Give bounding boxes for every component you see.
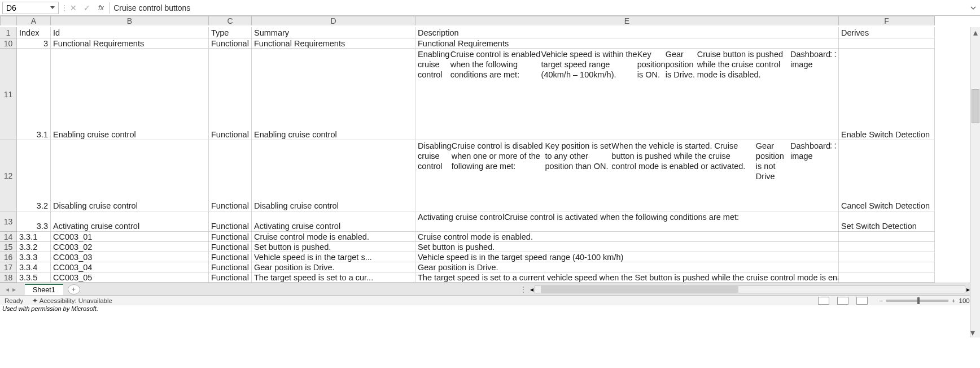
cell-A[interactable]: 3.3.4 [17, 262, 51, 272]
cell-F[interactable] [839, 262, 935, 272]
spreadsheet-grid[interactable]: 1IndexIdTypeSummaryDescriptionDerives103… [0, 27, 980, 283]
cell-C[interactable]: Functional [209, 140, 252, 211]
cell-B[interactable]: CC003_02 [51, 242, 209, 252]
cell-D[interactable]: Gear position is Drive. [252, 262, 415, 272]
col-header-C[interactable]: C [209, 16, 252, 25]
cell-F[interactable]: Enable Switch Detection [839, 49, 935, 140]
horizontal-scrollbar[interactable]: ◂ ▸ [530, 285, 970, 293]
scroll-left-icon[interactable]: ◂ [530, 285, 533, 293]
sheet-tab-active[interactable]: Sheet1 [25, 284, 63, 295]
cell-D[interactable]: The target speed is set to a cur... [252, 272, 415, 283]
row-header[interactable]: 13 [0, 211, 17, 232]
cell-E[interactable]: Activating cruise controlCruise control … [415, 211, 839, 232]
first-tab-icon[interactable]: ◂ [6, 285, 9, 293]
expand-formula-bar[interactable] [966, 5, 980, 11]
cell-C[interactable]: Functional [209, 211, 252, 232]
cell-B[interactable]: Id [51, 27, 209, 38]
fx-label[interactable]: fx [98, 3, 104, 12]
row-header[interactable]: 14 [0, 232, 17, 242]
chevron-down-icon[interactable] [50, 6, 55, 9]
normal-view-icon[interactable] [818, 297, 829, 305]
cell-D[interactable]: Functional Requirements [252, 38, 415, 49]
select-all-corner[interactable] [0, 16, 17, 25]
row-header[interactable]: 1 [0, 27, 17, 38]
page-layout-view-icon[interactable] [837, 297, 848, 305]
cell-A[interactable]: 3.3 [17, 211, 51, 232]
cell-D[interactable]: Summary [252, 27, 415, 38]
cell-C[interactable]: Type [209, 27, 252, 38]
row-header[interactable]: 18 [0, 272, 17, 283]
cell-E[interactable]: The target speed is set to a current veh… [415, 272, 839, 283]
zoom-slider[interactable] [886, 300, 948, 302]
cell-C[interactable]: Functional [209, 49, 252, 140]
cell-A[interactable]: Index [17, 27, 51, 38]
row-header[interactable]: 10 [0, 38, 17, 49]
scroll-down-icon[interactable]: ▾ [970, 327, 975, 337]
cell-E[interactable]: Vehicle speed is in the target speed ran… [415, 252, 839, 262]
cell-A[interactable]: 3.3.5 [17, 272, 51, 283]
col-header-F[interactable]: F [839, 16, 935, 25]
cell-A[interactable]: 3.3.1 [17, 232, 51, 242]
cancel-icon[interactable]: ✕ [70, 3, 77, 12]
cell-E[interactable]: Gear position is Drive. [415, 262, 839, 272]
cell-C[interactable]: Functional [209, 38, 252, 49]
cell-A[interactable]: 3.2 [17, 140, 51, 211]
name-box[interactable]: D6 [2, 2, 59, 14]
row-header[interactable]: 16 [0, 252, 17, 262]
cell-A[interactable]: 3 [17, 38, 51, 49]
col-header-A[interactable]: A [17, 16, 51, 25]
cell-D[interactable]: Disabling cruise control [252, 140, 415, 211]
cell-C[interactable]: Functional [209, 262, 252, 272]
cell-B[interactable]: Enabling cruise control [51, 49, 209, 140]
cell-B[interactable]: Activating cruise control [51, 211, 209, 232]
col-header-D[interactable]: D [252, 16, 415, 25]
cell-F[interactable]: Cancel Switch Detection [839, 140, 935, 211]
cell-B[interactable]: CC003_04 [51, 262, 209, 272]
view-switcher[interactable] [818, 297, 868, 305]
next-tab-icon[interactable]: ▸ [12, 285, 16, 293]
hscroll-thumb[interactable] [541, 286, 738, 293]
cell-F[interactable] [839, 252, 935, 262]
cell-C[interactable]: Functional [209, 242, 252, 252]
cell-E[interactable]: Set button is pushed. [415, 242, 839, 252]
cell-B[interactable]: Disabling cruise control [51, 140, 209, 211]
cell-E[interactable]: Enabling cruise controlCruise control is… [415, 49, 839, 140]
cell-D[interactable]: Activating cruise control [252, 211, 415, 232]
cell-D[interactable]: Cruise control mode is enabled. [252, 232, 415, 242]
enter-icon[interactable]: ✓ [84, 3, 90, 12]
cell-E[interactable]: Description [415, 27, 839, 38]
vertical-scrollbar[interactable]: ▴ ▾ [970, 27, 980, 337]
row-header[interactable]: 17 [0, 262, 17, 272]
cell-B[interactable]: CC003_03 [51, 252, 209, 262]
cell-B[interactable]: Functional Requirements [51, 38, 209, 49]
scroll-thumb[interactable] [972, 89, 979, 123]
formula-bar-input[interactable]: Cruise control buttons [110, 3, 966, 12]
cell-C[interactable]: Functional [209, 272, 252, 283]
cell-A[interactable]: 3.3.2 [17, 242, 51, 252]
cell-F[interactable] [839, 232, 935, 242]
col-header-E[interactable]: E [415, 16, 839, 25]
cell-A[interactable]: 3.1 [17, 49, 51, 140]
cell-F[interactable] [839, 272, 935, 283]
cell-C[interactable]: Functional [209, 232, 252, 242]
zoom-control[interactable]: − + 100% [879, 297, 975, 304]
cell-F[interactable] [839, 38, 935, 49]
row-header[interactable]: 12 [0, 140, 17, 211]
page-break-view-icon[interactable] [856, 297, 868, 305]
cell-A[interactable]: 3.3.3 [17, 252, 51, 262]
scroll-up-icon[interactable]: ▴ [970, 27, 980, 37]
row-header[interactable]: 11 [0, 49, 17, 140]
row-header[interactable]: 15 [0, 242, 17, 252]
cell-F[interactable]: Derives [839, 27, 935, 38]
cell-D[interactable]: Set button is pushed. [252, 242, 415, 252]
col-header-B[interactable]: B [51, 16, 209, 25]
cell-E[interactable]: Disabling cruise controlCruise control i… [415, 140, 839, 211]
tab-nav[interactable]: ◂ ▸ [0, 285, 21, 293]
zoom-out-icon[interactable]: − [879, 297, 883, 304]
cell-D[interactable]: Enabling cruise control [252, 49, 415, 140]
cell-B[interactable]: CC003_01 [51, 232, 209, 242]
cell-F[interactable]: Set Switch Detection [839, 211, 935, 232]
zoom-in-icon[interactable]: + [952, 297, 956, 304]
add-sheet-button[interactable]: + [68, 284, 80, 295]
accessibility-status[interactable]: ✦ Accessibility: Unavailable [32, 297, 112, 305]
